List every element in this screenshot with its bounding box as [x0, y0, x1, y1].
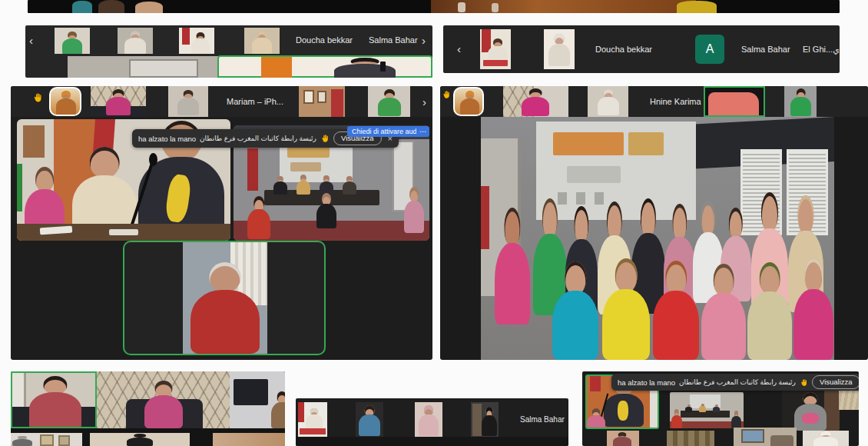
participant-thumbnail[interactable]	[356, 402, 383, 437]
participant-thumbnail[interactable]	[168, 86, 208, 117]
self-avatar[interactable]	[49, 87, 81, 116]
person-seated-hijab	[747, 262, 792, 360]
attendee	[731, 411, 741, 428]
picture-frame	[40, 434, 54, 446]
moroccan-flag	[590, 376, 601, 391]
sofa	[770, 435, 793, 446]
chevron-right-icon[interactable]: ›	[422, 35, 426, 46]
picture-frame	[303, 90, 314, 104]
participant-tile[interactable]	[213, 433, 285, 446]
screen-call-tile	[628, 132, 664, 155]
room-tile[interactable]	[670, 392, 744, 428]
participant-tile-partial[interactable]	[667, 431, 714, 446]
participant-thumbnail[interactable]	[368, 86, 410, 117]
panelist	[713, 404, 720, 412]
group-photo-video[interactable]	[481, 117, 834, 360]
participant-name: Doucha bekkar	[595, 45, 652, 54]
person	[548, 34, 570, 66]
participant-thumbnail[interactable]	[118, 28, 153, 54]
participant-thumbnail[interactable]	[91, 86, 146, 117]
active-thumbnail[interactable]	[704, 86, 765, 117]
screen-call-tile	[553, 132, 624, 155]
red-cloth	[331, 89, 343, 117]
participant-thumbnail[interactable]	[480, 29, 511, 69]
person	[191, 32, 210, 54]
participant-thumbnail[interactable]	[471, 402, 499, 437]
raised-hand-icon	[32, 92, 43, 103]
raised-hand-icon	[320, 134, 330, 143]
woman-red-hijab	[190, 262, 260, 354]
more-options-button[interactable]: ⋯	[416, 126, 429, 137]
active-speaker-tile[interactable]	[123, 241, 326, 355]
participant-tile[interactable]	[230, 371, 285, 428]
person	[378, 89, 401, 116]
screen-call-tile	[576, 192, 585, 205]
participant-name: Salma Bahar	[741, 45, 790, 54]
participant-tile[interactable]	[11, 433, 82, 446]
tv-screen	[234, 379, 268, 405]
person	[677, 1, 717, 13]
panelist	[297, 175, 310, 195]
participant-thumbnail[interactable]	[588, 86, 628, 117]
participant-thumbnail[interactable]	[298, 402, 327, 437]
photographer	[316, 193, 336, 228]
participant-thumbnail[interactable]	[299, 86, 345, 117]
woman-black-hijab	[127, 434, 153, 446]
participant-tile-partial[interactable]	[734, 428, 797, 446]
participant-thumbnail[interactable]	[784, 86, 817, 117]
participant-thumbnail[interactable]	[544, 29, 575, 69]
screenshot-collage: ‹ Doucha bekkar Salma Bahar › ‹	[0, 0, 868, 446]
participant-tile-partial[interactable]	[803, 431, 849, 446]
person	[124, 31, 146, 54]
papers	[109, 229, 138, 235]
woman-pink-scarf	[794, 392, 827, 431]
glass	[458, 2, 465, 12]
chevron-right-icon[interactable]: ›	[422, 96, 426, 108]
panel-meet-right: Hnine Karima	[440, 86, 868, 360]
ask-unmute-button[interactable]: Chiedi di attivare audio	[347, 126, 427, 137]
participant-thumbnail[interactable]	[179, 28, 214, 54]
person	[106, 89, 131, 115]
red-banner	[300, 428, 326, 434]
participant-avatar[interactable]: A	[695, 35, 724, 64]
active-speaker-tile[interactable]	[11, 371, 97, 428]
view-button[interactable]: Visualizza	[812, 375, 859, 389]
woman-magenta	[144, 381, 183, 428]
toast-text-arabic: رئيسة رابطة كاتبات المغرب فرع طانطان	[200, 135, 316, 142]
restaurant-scene	[431, 0, 696, 13]
participant-tile[interactable]	[782, 388, 840, 431]
picture-frame	[58, 435, 70, 446]
wood-door	[824, 388, 840, 431]
person-pink-partial	[587, 408, 605, 429]
panelist	[685, 404, 692, 412]
portrait-video	[183, 242, 267, 354]
participant-name: Salma Bahar	[369, 35, 418, 45]
participant-tile[interactable]	[97, 371, 230, 428]
panel-lower-shade	[296, 437, 568, 446]
participant-name: Mariam – iPh...	[227, 97, 283, 106]
woman-white-hijab-partial	[813, 431, 838, 446]
person-holding-phone	[334, 58, 396, 78]
person	[72, 1, 92, 13]
coral-clothing	[708, 92, 759, 117]
participant-name: Salma Bahar	[520, 415, 565, 424]
participant-tile[interactable]	[90, 433, 190, 446]
panelist	[343, 176, 356, 195]
panel-bottom-middle: Salma Bahar	[296, 398, 568, 446]
person-seated	[793, 258, 833, 360]
self-avatar[interactable]	[453, 87, 484, 116]
microphone-head	[149, 153, 157, 166]
wall-frame	[23, 125, 45, 158]
chevron-left-icon[interactable]: ‹	[457, 43, 461, 55]
participant-thumbnail[interactable]	[244, 28, 280, 54]
panel-meet-left: Mariam – iPh... ›	[11, 86, 432, 360]
toast-text-arabic: رئيسة رابطة كاتبات المغرب فرع طانطان	[679, 378, 796, 386]
participant-thumbnail[interactable]	[415, 402, 442, 437]
participant-thumbnail[interactable]	[503, 86, 568, 117]
participant-tile-partial[interactable]	[607, 431, 639, 446]
yellow-scarf	[618, 401, 628, 421]
active-speaker-tile[interactable]	[217, 55, 432, 78]
person-seated	[701, 264, 746, 360]
chevron-left-icon[interactable]: ‹	[29, 35, 33, 46]
participant-thumbnail[interactable]	[55, 28, 90, 54]
